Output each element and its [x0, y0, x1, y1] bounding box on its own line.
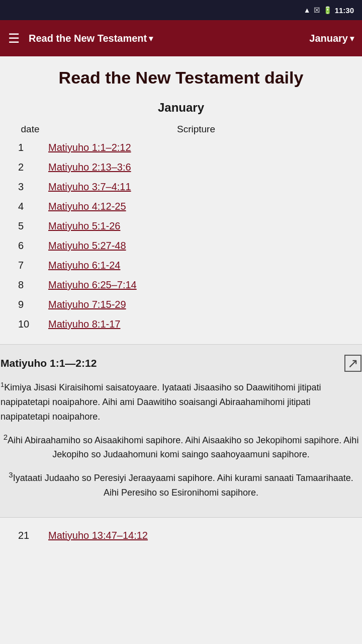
reading-scripture[interactable]: Matiyuho 4:12-25 — [45, 197, 347, 216]
scripture-link[interactable]: Matiyuho 7:15-29 — [48, 299, 126, 310]
status-icons: ▲ ☒ 🔋 11:30 — [304, 6, 354, 15]
scripture-link[interactable]: Matiyuho 3:7–4:11 — [48, 181, 131, 192]
nav-title-dropdown-arrow: ▾ — [149, 34, 153, 43]
table-row: 1Matiyuho 1:1–2:12 — [15, 138, 347, 157]
reading-date: 4 — [15, 197, 45, 216]
scripture-link[interactable]: Matiyuho 6:1-24 — [48, 260, 120, 271]
time-display: 11:30 — [335, 6, 354, 15]
reading-scripture[interactable]: Matiyuho 5:1-26 — [45, 216, 347, 236]
main-content: Read the New Testament daily January dat… — [0, 56, 362, 344]
status-bar: ▲ ☒ 🔋 11:30 — [0, 0, 362, 20]
page-title: Read the New Testament daily — [15, 66, 347, 89]
bottom-scripture-link[interactable]: Matiyuho 13:47–14:12 — [48, 530, 148, 541]
bottom-date: 21 — [15, 526, 45, 545]
table-row: 9Matiyuho 7:15-29 — [15, 295, 347, 314]
reading-scripture[interactable]: Matiyuho 7:15-29 — [45, 295, 347, 314]
nav-month-text: January — [309, 33, 348, 44]
table-row: 4Matiyuho 4:12-25 — [15, 197, 347, 216]
top-nav: ☰ Read the New Testament ▾ January ▾ — [0, 20, 362, 56]
nav-month-dropdown-arrow: ▾ — [350, 34, 354, 43]
reading-date: 6 — [15, 236, 45, 256]
table-row: 5Matiyuho 5:1-26 — [15, 216, 347, 236]
reading-date: 7 — [15, 256, 45, 275]
table-header-row: date Scripture — [15, 121, 347, 138]
popup-passage-title: Matiyuho 1:1—2:12 — [1, 357, 97, 369]
reading-popup: Matiyuho 1:1—2:12 ↗ 1Kimiya Jisasi Kirai… — [0, 344, 362, 518]
hamburger-menu-button[interactable]: ☰ — [8, 32, 20, 45]
scripture-link[interactable]: Matiyuho 5:27-48 — [48, 240, 126, 251]
scripture-link[interactable]: Matiyuho 6:25–7:14 — [48, 279, 137, 290]
col-header-date: date — [15, 121, 45, 138]
scripture-link[interactable]: Matiyuho 1:1–2:12 — [48, 142, 131, 153]
table-row: 2Matiyuho 2:13–3:6 — [15, 157, 347, 177]
wifi-icon: ▲ — [304, 6, 311, 14]
reading-table: date Scripture 1Matiyuho 1:1–2:122Matiyu… — [15, 121, 347, 334]
table-row: 7Matiyuho 6:1-24 — [15, 256, 347, 275]
reading-date: 5 — [15, 216, 45, 236]
scripture-link[interactable]: Matiyuho 5:1-26 — [48, 220, 120, 231]
reading-scripture[interactable]: Matiyuho 1:1–2:12 — [45, 138, 347, 157]
reading-scripture[interactable]: Matiyuho 6:25–7:14 — [45, 275, 347, 295]
popup-verse: 1Kimiya Jisasi Kiraisihomi saisatoyaare.… — [1, 380, 361, 424]
scripture-link[interactable]: Matiyuho 8:1-17 — [48, 318, 120, 330]
reading-date: 1 — [15, 138, 45, 157]
table-row: 8Matiyuho 6:25–7:14 — [15, 275, 347, 295]
col-header-scripture: Scripture — [45, 121, 347, 138]
bottom-reading-table: 21 Matiyuho 13:47–14:12 — [15, 526, 347, 545]
nav-month-button[interactable]: January ▾ — [309, 33, 354, 44]
reading-date: 10 — [15, 314, 45, 334]
reading-date: 8 — [15, 275, 45, 295]
reading-date: 9 — [15, 295, 45, 314]
popup-title-row: Matiyuho 1:1—2:12 ↗ — [1, 355, 361, 372]
reading-date: 2 — [15, 157, 45, 177]
reading-scripture[interactable]: Matiyuho 2:13–3:6 — [45, 157, 347, 177]
bottom-scripture[interactable]: Matiyuho 13:47–14:12 — [45, 526, 347, 545]
bottom-table-row: 21 Matiyuho 13:47–14:12 — [15, 526, 347, 545]
reading-scripture[interactable]: Matiyuho 6:1-24 — [45, 256, 347, 275]
popup-verses-container: 1Kimiya Jisasi Kiraisihomi saisatoyaare.… — [1, 380, 361, 500]
reading-date: 3 — [15, 177, 45, 197]
battery-icon: 🔋 — [323, 6, 332, 14]
popup-verse: 2Aihi Abiraahamiho so Aisaakihomi sapiho… — [1, 431, 361, 462]
signal-icon: ☒ — [314, 6, 320, 14]
external-link-button[interactable]: ↗ — [344, 355, 361, 372]
table-row: 10Matiyuho 8:1-17 — [15, 314, 347, 334]
scripture-link[interactable]: Matiyuho 2:13–3:6 — [48, 162, 131, 173]
month-heading: January — [15, 101, 347, 115]
bottom-row: 21 Matiyuho 13:47–14:12 — [0, 518, 362, 553]
reading-scripture[interactable]: Matiyuho 5:27-48 — [45, 236, 347, 256]
table-row: 3Matiyuho 3:7–4:11 — [15, 177, 347, 197]
scripture-link[interactable]: Matiyuho 4:12-25 — [48, 201, 126, 212]
popup-verse: 3Iyataati Judaaho so Peresiyi Jeraayaami… — [1, 469, 361, 500]
nav-title-text: Read the New Testament — [29, 33, 147, 44]
nav-title-button[interactable]: Read the New Testament ▾ — [29, 33, 153, 44]
table-row: 6Matiyuho 5:27-48 — [15, 236, 347, 256]
reading-scripture[interactable]: Matiyuho 8:1-17 — [45, 314, 347, 334]
reading-scripture[interactable]: Matiyuho 3:7–4:11 — [45, 177, 347, 197]
